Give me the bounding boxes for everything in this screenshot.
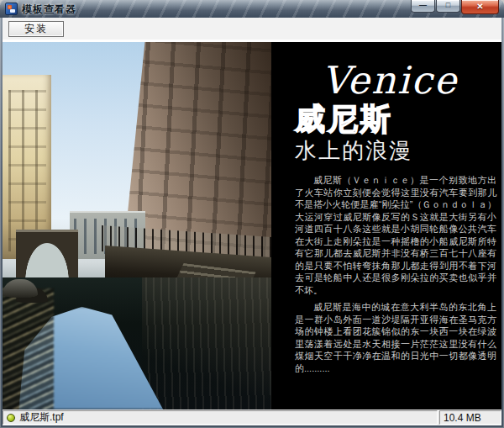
panel-subtitle: 水上的浪漫 (295, 138, 496, 163)
minimize-button[interactable]: — (411, 0, 435, 13)
close-button[interactable]: ✕ (461, 0, 499, 14)
template-preview-image: Venice 威尼斯 水上的浪漫 威尼斯（Ｖｅｎｉｃｅ）是一个别致地方出了火车站… (3, 42, 501, 410)
status-filename: 威尼斯.tpf (19, 410, 64, 425)
photo-swirl-reflection (3, 288, 54, 410)
text-panel: Venice 威尼斯 水上的浪漫 威尼斯（Ｖｅｎｉｃｅ）是一个别致地方出了火车站… (271, 42, 501, 410)
photo-building-reflection (142, 277, 271, 410)
app-window: 模板查看器 — □ ✕ 安装 (0, 0, 504, 428)
panel-paragraph-1: 威尼斯（Ｖｅｎｉｃｅ）是一个别致地方出了火车站你立刻便会觉得这里没有汽车要到那儿… (295, 174, 496, 296)
titlebar: 模板查看器 — □ ✕ (0, 0, 504, 18)
maximize-button[interactable]: □ (436, 0, 460, 13)
app-icon[interactable] (5, 3, 18, 15)
close-icon: ✕ (476, 3, 483, 10)
photo-stone-bridge (16, 230, 78, 281)
status-orb-icon (7, 414, 15, 422)
status-filesize: 10.4 MB (444, 412, 481, 424)
panel-paragraph-2: 威尼斯是海中的城在意大利半岛的东北角上是一群小岛外面一道沙堤隔开亚得海在圣马克方… (295, 301, 496, 374)
content-area: Venice 威尼斯 水上的浪漫 威尼斯（Ｖｅｎｉｃｅ）是一个别致地方出了火车站… (3, 40, 501, 410)
client-area: 安装 (3, 18, 501, 425)
maximize-icon: □ (446, 2, 450, 9)
status-size-cell: 10.4 MB (439, 410, 501, 425)
panel-title-chinese: 威尼斯 (295, 103, 496, 136)
minimize-icon: — (419, 2, 427, 9)
status-file-cell: 威尼斯.tpf (3, 410, 438, 425)
window-title: 模板查看器 (22, 3, 76, 17)
install-button[interactable]: 安装 (8, 21, 64, 37)
window-controls: — □ ✕ (411, 0, 499, 14)
panel-title-english: Venice (322, 59, 496, 103)
statusbar: 威尼斯.tpf 10.4 MB (3, 410, 501, 425)
toolbar: 安装 (3, 18, 501, 40)
venice-canal-photo (3, 42, 271, 410)
